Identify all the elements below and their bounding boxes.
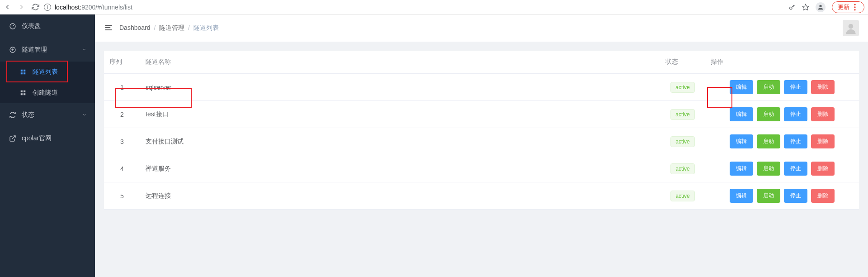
breadcrumb-root[interactable]: Dashboard	[119, 24, 151, 31]
th-seq: 序列	[104, 51, 140, 74]
browser-toolbar: i localhost:9200/#/tunnels/list 更新	[0, 0, 868, 14]
address-bar[interactable]: i localhost:9200/#/tunnels/list	[44, 4, 784, 11]
svg-rect-11	[24, 72, 25, 74]
topbar: Dashboard / 隧道管理 / 隧道列表	[95, 14, 868, 42]
refresh-icon	[9, 111, 16, 119]
delete-button[interactable]: 删除	[811, 134, 835, 148]
svg-rect-15	[24, 93, 25, 95]
svg-point-5	[854, 9, 855, 10]
nav-reload-icon[interactable]	[32, 3, 39, 11]
cell-status: active	[660, 74, 705, 101]
svg-marker-1	[802, 4, 808, 10]
status-badge: active	[670, 163, 694, 174]
sidebar-item-label: 仪表盘	[22, 22, 41, 30]
plus-circle-icon	[9, 46, 16, 53]
sidebar-item-label: 隧道管理	[22, 46, 47, 54]
tunnel-table: 序列 隧道名称 状态 操作 1sqlserveractive编辑启动停止删除2t…	[104, 51, 859, 210]
sidebar: 仪表盘 隧道管理 隧道列表 创建隧道 状态 cpolar官网	[0, 14, 95, 277]
edit-button[interactable]: 编辑	[730, 189, 753, 203]
svg-rect-9	[24, 70, 25, 72]
cell-seq: 1	[104, 74, 140, 101]
delete-button[interactable]: 删除	[811, 189, 835, 203]
key-icon[interactable]	[788, 4, 796, 11]
start-button[interactable]: 启动	[757, 189, 780, 203]
sidebar-item-create-tunnel[interactable]: 创建隧道	[0, 82, 95, 103]
edit-button[interactable]: 编辑	[730, 162, 753, 176]
browser-update-button[interactable]: 更新	[832, 1, 864, 13]
svg-rect-10	[21, 72, 23, 74]
start-button[interactable]: 启动	[757, 134, 780, 148]
gauge-icon	[9, 23, 16, 30]
sidebar-item-cpolar-site[interactable]: cpolar官网	[0, 127, 95, 150]
svg-point-0	[790, 7, 792, 9]
cell-seq: 2	[104, 101, 140, 128]
chevron-down-icon	[82, 111, 87, 119]
start-button[interactable]: 启动	[757, 162, 780, 176]
url-path: 9200/#/tunnels/list	[81, 4, 132, 11]
sidebar-item-label: 隧道列表	[33, 68, 58, 76]
cell-status: active	[660, 182, 705, 210]
edit-button[interactable]: 编辑	[730, 80, 753, 94]
sidebar-item-tunnel-list[interactable]: 隧道列表	[0, 62, 95, 82]
stop-button[interactable]: 停止	[784, 80, 807, 94]
cell-name: 远程连接	[140, 182, 660, 210]
menu-toggle-icon[interactable]	[104, 23, 113, 33]
svg-rect-8	[21, 70, 23, 72]
stop-button[interactable]: 停止	[784, 134, 807, 148]
external-link-icon	[9, 135, 16, 142]
cell-name: sqlserver	[140, 74, 660, 101]
svg-rect-12	[21, 91, 23, 92]
sidebar-item-label: cpolar官网	[22, 134, 52, 143]
cell-name: test接口	[140, 101, 660, 128]
cell-status: active	[660, 101, 705, 128]
sidebar-item-tunnel-mgmt[interactable]: 隧道管理	[0, 38, 95, 62]
breadcrumb-last: 隧道列表	[193, 24, 219, 31]
th-ops: 操作	[705, 51, 859, 74]
sidebar-item-status[interactable]: 状态	[0, 103, 95, 127]
nav-back-icon[interactable]	[4, 3, 11, 11]
nav-forward-icon[interactable]	[18, 3, 25, 11]
svg-rect-13	[24, 91, 25, 92]
stop-button[interactable]: 停止	[784, 189, 807, 203]
status-badge: active	[670, 82, 694, 93]
breadcrumb: Dashboard / 隧道管理 / 隧道列表	[119, 24, 219, 32]
stop-button[interactable]: 停止	[784, 162, 807, 176]
url-host: localhost:	[55, 4, 81, 11]
svg-point-2	[819, 5, 821, 7]
user-avatar[interactable]	[843, 20, 859, 36]
sidebar-item-dashboard[interactable]: 仪表盘	[0, 14, 95, 38]
th-name: 隧道名称	[140, 51, 660, 74]
delete-button[interactable]: 删除	[811, 107, 835, 121]
svg-point-4	[854, 6, 855, 8]
bookmark-star-icon[interactable]	[802, 4, 809, 11]
start-button[interactable]: 启动	[757, 107, 780, 121]
breadcrumb-mid[interactable]: 隧道管理	[159, 24, 184, 31]
status-badge: active	[670, 136, 694, 147]
delete-button[interactable]: 删除	[811, 162, 835, 176]
cell-name: 禅道服务	[140, 155, 660, 182]
sidebar-item-label: 创建隧道	[33, 89, 58, 97]
svg-point-16	[849, 24, 854, 29]
profile-icon[interactable]	[816, 2, 826, 12]
table-row: 3支付接口测试active编辑启动停止删除	[104, 128, 859, 155]
sidebar-item-label: 状态	[22, 111, 34, 119]
status-badge: active	[670, 191, 694, 201]
edit-button[interactable]: 编辑	[730, 134, 753, 148]
table-row: 4禅道服务active编辑启动停止删除	[104, 155, 859, 182]
svg-point-3	[854, 4, 855, 5]
table-row: 1sqlserveractive编辑启动停止删除	[104, 74, 859, 101]
table-row: 2test接口active编辑启动停止删除	[104, 101, 859, 128]
th-status: 状态	[660, 51, 705, 74]
site-info-icon[interactable]: i	[44, 4, 51, 11]
stop-button[interactable]: 停止	[784, 107, 807, 121]
cell-name: 支付接口测试	[140, 128, 660, 155]
cell-seq: 4	[104, 155, 140, 182]
grid-icon	[20, 69, 27, 75]
status-badge: active	[670, 109, 694, 120]
edit-button[interactable]: 编辑	[730, 107, 753, 121]
start-button[interactable]: 启动	[757, 80, 780, 94]
chevron-up-icon	[82, 46, 87, 53]
delete-button[interactable]: 删除	[811, 80, 835, 94]
grid-icon	[20, 90, 27, 96]
cell-seq: 5	[104, 182, 140, 210]
